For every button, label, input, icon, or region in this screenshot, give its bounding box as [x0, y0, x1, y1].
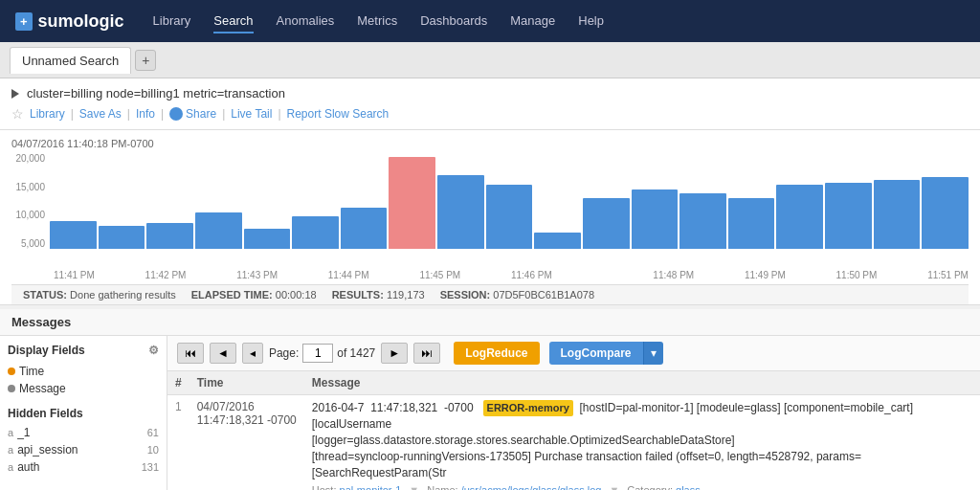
- hidden-field-1: a _1 61: [8, 424, 159, 441]
- bar-11[interactable]: [583, 198, 630, 249]
- hidden-fields-title: Hidden Fields: [8, 407, 159, 420]
- bar-14[interactable]: [728, 198, 775, 249]
- favorite-star-icon[interactable]: ☆: [11, 106, 24, 122]
- last-page-button[interactable]: ⏭: [413, 343, 440, 364]
- chart-area: 04/07/2016 11:40:18 PM-0700 20,000 15,00…: [0, 130, 980, 305]
- log-compare-group: LogCompare ▾: [549, 342, 663, 365]
- next-page-button[interactable]: ►: [381, 343, 408, 364]
- session-label: SESSION: 07D5F0BC61B1A078: [440, 289, 594, 301]
- time-bullet: [8, 368, 15, 375]
- time-cell-1: 04/07/201611:47:18,321 -0700: [189, 395, 304, 491]
- log-reduce-button[interactable]: LogReduce: [454, 342, 539, 365]
- messages-body: Display Fields ⚙ Time Message Hidden Fie…: [0, 336, 980, 490]
- results-label: RESULTS: 119,173: [332, 289, 425, 301]
- messages-table: # Time Message 1 04/07/201611:47:18,321 …: [167, 371, 980, 490]
- logo-text: sumologic: [38, 11, 124, 32]
- y-axis: 20,000 15,000 10,000 5,000: [11, 153, 50, 249]
- tab-unnamed-search[interactable]: Unnamed Search: [10, 47, 131, 74]
- bar-16[interactable]: [825, 183, 872, 249]
- bar-3[interactable]: [195, 212, 242, 249]
- bar-9[interactable]: [486, 185, 533, 249]
- elapsed-label: ELAPSED TIME: 00:00:18: [191, 289, 317, 301]
- live-tail-link[interactable]: Live Tail: [231, 107, 272, 121]
- bar-7[interactable]: [389, 157, 435, 249]
- bar-2[interactable]: [146, 223, 193, 249]
- top-nav: + sumologic Library Search Anomalies Met…: [0, 0, 980, 42]
- col-message: Message: [304, 371, 980, 395]
- nav-items: Library Search Anomalies Metrics Dashboa…: [153, 10, 604, 33]
- nav-search[interactable]: Search: [213, 10, 253, 33]
- status-label: STATUS: Done gathering results: [23, 289, 176, 301]
- report-slow-search-link[interactable]: Report Slow Search: [287, 107, 390, 121]
- left-sidebar: Display Fields ⚙ Time Message Hidden Fie…: [0, 336, 167, 490]
- bar-5[interactable]: [292, 216, 339, 249]
- messages-panel: Messages Display Fields ⚙ Time Message H…: [0, 309, 980, 490]
- col-time: Time: [189, 371, 304, 395]
- page-input[interactable]: [302, 344, 333, 363]
- search-actions: ☆ Library | Save As | Info | Share | Liv…: [11, 106, 969, 122]
- page-info: Page: of 1427: [269, 344, 375, 363]
- tab-bar: Unnamed Search +: [0, 42, 980, 78]
- search-query: cluster=billing node=billing1 metric=tra…: [11, 86, 969, 100]
- col-num: #: [167, 371, 189, 395]
- bar-13[interactable]: [679, 193, 726, 249]
- msg-cell-1: 2016-04-7 11:47:18,321 -0700 ERROR-memor…: [304, 395, 980, 491]
- prev-small-button[interactable]: ◂: [242, 343, 263, 364]
- save-as-link[interactable]: Save As: [79, 107, 122, 121]
- error-badge-1: ERROR-memory: [483, 400, 573, 416]
- bar-8[interactable]: [437, 175, 484, 249]
- chart-timestamp: 04/07/2016 11:40:18 PM-0700: [11, 138, 969, 149]
- bar-10[interactable]: [534, 233, 581, 249]
- msg-meta-1: Host: pal-monitor-1 ▼ Name: /usr/acme/lo…: [312, 484, 972, 490]
- hidden-field-3: a auth 131: [8, 458, 159, 476]
- nav-library[interactable]: Library: [153, 10, 191, 33]
- messages-panel-title: Messages: [0, 309, 980, 336]
- bar-17[interactable]: [874, 180, 921, 249]
- bar-4[interactable]: [244, 229, 291, 249]
- chart-container: 20,000 15,000 10,000 5,000: [11, 153, 969, 268]
- bar-0[interactable]: [50, 221, 97, 249]
- pagination-bar: ⏮ ◄ ◂ Page: of 1427 ► ⏭ LogReduce LogCom…: [167, 336, 980, 371]
- bar-1[interactable]: [99, 226, 145, 249]
- filter-triangle-icon[interactable]: [11, 89, 19, 99]
- table-row: 1 04/07/201611:47:18,321 -0700 2016-04-7…: [167, 395, 980, 491]
- right-content: ⏮ ◄ ◂ Page: of 1427 ► ⏭ LogReduce LogCom…: [167, 336, 980, 490]
- field-message: Message: [8, 380, 159, 397]
- info-link[interactable]: Info: [136, 107, 155, 121]
- row-num-1: 1: [167, 395, 189, 491]
- config-icon[interactable]: ⚙: [148, 344, 159, 357]
- share-icon: [169, 107, 183, 121]
- bar-12[interactable]: [632, 189, 679, 249]
- bar-6[interactable]: [341, 208, 388, 249]
- first-page-button[interactable]: ⏮: [177, 343, 204, 364]
- logo: + sumologic: [15, 11, 124, 32]
- nav-manage[interactable]: Manage: [510, 10, 555, 33]
- hidden-field-2: a api_session 10: [8, 441, 159, 458]
- display-fields-title: Display Fields ⚙: [8, 344, 159, 357]
- nav-help[interactable]: Help: [578, 10, 604, 33]
- share-button[interactable]: Share: [169, 107, 216, 121]
- log-compare-dropdown-button[interactable]: ▾: [643, 342, 663, 365]
- search-area: cluster=billing node=billing1 metric=tra…: [0, 78, 980, 130]
- bar-15[interactable]: [776, 185, 823, 249]
- tab-add-button[interactable]: +: [135, 50, 156, 71]
- nav-metrics[interactable]: Metrics: [357, 10, 397, 33]
- bar-18[interactable]: [922, 177, 969, 249]
- log-compare-button[interactable]: LogCompare: [549, 342, 643, 365]
- library-link[interactable]: Library: [30, 107, 65, 121]
- table-header-row: # Time Message: [167, 371, 980, 395]
- bars-area: [50, 153, 969, 249]
- nav-dashboards[interactable]: Dashboards: [420, 10, 487, 33]
- prev-page-button[interactable]: ◄: [210, 343, 236, 364]
- message-bullet: [8, 385, 15, 392]
- nav-anomalies[interactable]: Anomalies: [277, 10, 335, 33]
- query-text: cluster=billing node=billing1 metric=tra…: [27, 86, 285, 100]
- x-axis: 11:41 PM 11:42 PM 11:43 PM 11:44 PM 11:4…: [11, 268, 969, 284]
- field-time: Time: [8, 363, 159, 380]
- logo-icon: +: [15, 12, 33, 31]
- status-bar: STATUS: Done gathering results ELAPSED T…: [11, 284, 969, 304]
